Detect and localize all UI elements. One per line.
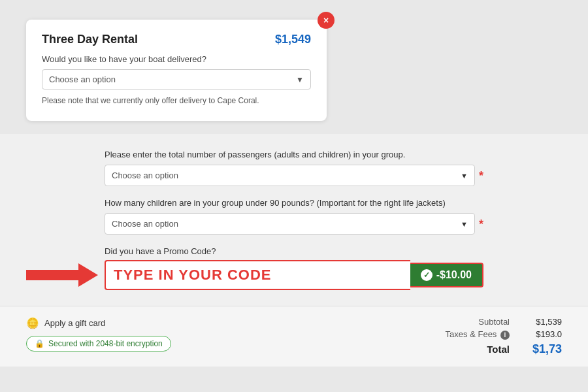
bottom-right: Subtotal $1,539 Taxes & Fees i $193.0 To… xyxy=(446,317,562,356)
promo-input[interactable] xyxy=(114,267,402,284)
promo-apply-button[interactable]: ✓ -$10.00 xyxy=(410,263,483,287)
rental-price: $1,549 xyxy=(275,33,311,46)
delivery-select[interactable]: Choose an option xyxy=(49,74,304,84)
passengers-select-inner-2[interactable]: Choose an option ▼ xyxy=(105,213,475,235)
passengers-select-2[interactable]: Choose an option xyxy=(112,219,468,229)
taxes-value: $193.0 xyxy=(523,329,562,339)
rental-card: × Three Day Rental $1,549 Would you like… xyxy=(26,20,327,121)
subtotal-row: Subtotal $1,539 xyxy=(446,317,562,327)
passengers-select-inner-1[interactable]: Choose an option ▼ xyxy=(105,165,475,186)
passengers-select-1[interactable]: Choose an option xyxy=(112,171,468,180)
delivery-note: Please note that we currently only offer… xyxy=(42,96,311,105)
rental-title: Three Day Rental xyxy=(42,33,138,46)
credit-card-icon: 🪙 xyxy=(26,317,39,329)
red-arrow-svg xyxy=(26,263,98,287)
arrow-indicator xyxy=(26,263,98,287)
page-wrapper: × Three Day Rental $1,549 Would you like… xyxy=(0,0,588,392)
close-button[interactable]: × xyxy=(318,12,335,29)
promo-input-wrapper xyxy=(105,260,410,290)
gift-card-label: Apply a gift card xyxy=(44,318,105,328)
passengers-question-1: Please enter the total number of passeng… xyxy=(105,150,483,159)
security-badge: 🔒 Secured with 2048-bit encryption xyxy=(26,336,171,351)
bottom-section: 🪙 Apply a gift card 🔒 Secured with 2048-… xyxy=(0,306,588,367)
check-icon: ✓ xyxy=(421,269,433,281)
promo-label: Did you have a Promo Code? xyxy=(105,246,483,256)
required-star-1: * xyxy=(479,170,483,182)
promo-row: ✓ -$10.00 xyxy=(105,260,483,290)
total-value: $1,73 xyxy=(523,342,562,356)
bottom-left: 🪙 Apply a gift card 🔒 Secured with 2048-… xyxy=(26,317,171,351)
form-container: Please enter the total number of passeng… xyxy=(105,150,483,290)
subtotal-label: Subtotal xyxy=(478,317,510,327)
passengers-select-row-1: Choose an option ▼ * xyxy=(105,165,483,186)
total-label: Total xyxy=(487,344,510,355)
taxes-info-icon[interactable]: i xyxy=(500,331,510,340)
svg-marker-0 xyxy=(26,263,98,287)
middle-section: Please enter the total number of passeng… xyxy=(0,134,588,306)
promo-button-label: -$10.00 xyxy=(436,269,472,281)
lock-icon: 🔒 xyxy=(35,339,44,348)
required-star-2: * xyxy=(479,218,483,230)
top-section: × Three Day Rental $1,549 Would you like… xyxy=(0,0,588,134)
taxes-label: Taxes & Fees i xyxy=(446,329,510,340)
taxes-row: Taxes & Fees i $193.0 xyxy=(446,329,562,340)
total-row: Total $1,73 xyxy=(446,342,562,356)
delivery-select-wrapper[interactable]: Choose an option ▼ xyxy=(42,69,311,90)
delivery-label: Would you like to have your boat deliver… xyxy=(42,54,311,64)
subtotal-value: $1,539 xyxy=(523,317,562,327)
passengers-question-2: How many children are in your group unde… xyxy=(105,198,483,208)
promo-section: Did you have a Promo Code? ✓ -$10.00 xyxy=(105,246,483,290)
security-label: Secured with 2048-bit encryption xyxy=(48,339,163,348)
gift-card-row[interactable]: 🪙 Apply a gift card xyxy=(26,317,171,329)
rental-header: Three Day Rental $1,549 xyxy=(42,33,311,46)
passengers-select-row-2: Choose an option ▼ * xyxy=(105,213,483,235)
